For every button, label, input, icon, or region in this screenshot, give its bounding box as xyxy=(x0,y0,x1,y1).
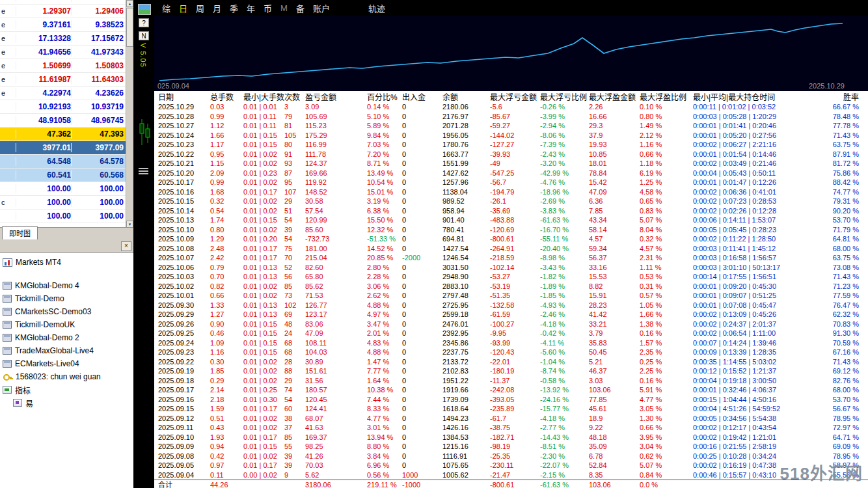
column-header[interactable]: 出入金 xyxy=(402,91,442,102)
navigator-item[interactable]: Markets MT4 xyxy=(0,256,133,269)
navigator-item[interactable]: 易 xyxy=(0,396,133,409)
table-row[interactable]: 2025.09.080.420.01 | 0.023941.263.84 %01… xyxy=(154,452,868,461)
table-row[interactable]: 2025.10.020.820.01 | 0.028585.623.06 %02… xyxy=(154,282,868,291)
toolbar-tab-日[interactable]: 日 xyxy=(179,2,187,14)
quote-row[interactable]: 100.00100.00 xyxy=(0,182,126,196)
table-row[interactable]: 2025.10.231.170.01 | 0.1580116.997.03 %0… xyxy=(154,140,868,150)
candlestick-icon[interactable] xyxy=(138,118,151,148)
table-row[interactable]: 2025.10.091.290.01 | 0.2054-732.73-51.33… xyxy=(154,234,868,244)
quote-row[interactable]: e11.6198711.64303 xyxy=(0,73,126,87)
navigator-item[interactable]: TradeMaxGlobal-Live4 xyxy=(0,344,133,357)
quote-row[interactable]: 100.00100.00 xyxy=(0,210,126,223)
toolbar-tab-年[interactable]: 年 xyxy=(247,2,255,14)
toolbar-tab-轨迹[interactable]: 轨迹 xyxy=(368,2,385,14)
table-row[interactable]: 2025.10.211.150.01 | 0.0293124.378.71 %0… xyxy=(154,159,868,169)
quote-row[interactable]: e1.293071.29406 xyxy=(0,5,126,18)
quote-row[interactable]: e41.9465641.97343 xyxy=(0,46,126,59)
table-row[interactable]: 2025.09.090.940.01 | 0.155598.258.80 %01… xyxy=(154,442,868,452)
table-row[interactable]: 2025.10.280.990.01 | 0.1179105.695.10 %0… xyxy=(154,112,868,122)
table-row[interactable]: 2025.10.161.680.01 | 0.17107148.5215.01 … xyxy=(154,187,868,197)
column-header[interactable]: 余额 xyxy=(442,91,490,102)
table-row[interactable]: 2025.10.140.540.01 | 0.025157.546.38 %09… xyxy=(154,206,868,216)
column-header[interactable]: 胜率 xyxy=(823,91,868,102)
chart-image-icon[interactable] xyxy=(138,4,151,15)
quote-row[interactable]: 60.54160.568 xyxy=(0,169,126,182)
column-header[interactable]: 盈亏金额 xyxy=(305,91,367,102)
help-button[interactable]: ? xyxy=(139,18,149,27)
table-row[interactable]: 2025.10.170.990.01 | 0.0295119.9210.54 %… xyxy=(154,178,868,187)
table-row[interactable]: 2025.09.220.300.01 | 0.022830.891.47 %02… xyxy=(154,357,868,367)
table-row[interactable]: 2025.10.131.740.01 | 0.1554120.9915.50 %… xyxy=(154,215,868,225)
column-header[interactable]: 最小|平均|最大持仓时间 xyxy=(693,91,823,102)
table-row[interactable]: 2025.10.241.660.01 | 0.15105175.299.84 %… xyxy=(154,131,868,141)
toolbar-tab-季[interactable]: 季 xyxy=(230,2,238,14)
toolbar-tab-综[interactable]: 综 xyxy=(162,2,170,14)
table-row[interactable]: 2025.09.260.900.01 | 0.154883.063.47 %02… xyxy=(154,319,868,329)
table-row[interactable]: 2025.10.072.420.01 | 0.1770215.0420.85 %… xyxy=(154,253,868,263)
navigator-item[interactable]: ECMarkets-Live04 xyxy=(0,357,133,370)
table-row[interactable]: 2025.09.050.970.01 | 0.173970.036.96 %01… xyxy=(154,461,868,470)
navigator-item[interactable]: Tickmill-Demo xyxy=(0,292,133,305)
navigator-item[interactable]: KMGlobal-Demo 4 xyxy=(0,279,133,292)
toolbar-tab-M[interactable]: M xyxy=(280,3,288,13)
column-header[interactable]: 最小|大手数 xyxy=(243,91,284,102)
table-row[interactable]: 2025.10.030.700.01 | 0.135665.802.28 %02… xyxy=(154,272,868,282)
table-row[interactable]: 2025.09.291.270.01 | 0.1369123.174.97 %0… xyxy=(154,310,868,319)
table-row[interactable]: 2025.09.301.330.01 | 0.13102126.774.88 %… xyxy=(154,301,868,310)
navigator-item[interactable]: CMarketsSC-Demo03 xyxy=(0,305,133,318)
table-row[interactable]: 2025.10.100.800.01 | 0.023985.6012.32 %0… xyxy=(154,225,868,235)
table-row[interactable]: 2025.10.202.090.01 | 0.2387169.6613.49 %… xyxy=(154,169,868,178)
scrollbar-thumb[interactable] xyxy=(126,8,133,47)
navigator-item[interactable]: 指标 xyxy=(0,383,133,396)
table-row[interactable]: 2025.09.040.110.00 | 0.0295.620.56 %1000… xyxy=(154,470,868,480)
menu-icon[interactable] xyxy=(139,168,148,176)
column-header[interactable]: 总手数 xyxy=(210,91,243,102)
table-row[interactable]: 2025.10.082.480.01 | 0.1775181.0014.52 %… xyxy=(154,244,868,254)
tab-tick-chart[interactable]: 即时图 xyxy=(2,226,38,239)
table-row[interactable]: 2025.09.191.850.01 | 0.0288151.617.77 %0… xyxy=(154,366,868,376)
table-row[interactable]: 2025.10.290.030.01 | 0.0133.090.14 %0218… xyxy=(154,102,868,112)
column-header[interactable]: 最大浮亏比例 xyxy=(540,91,589,102)
column-header[interactable]: 日期 xyxy=(154,91,210,102)
equity-chart[interactable]: 025.09.04 2025.10.29 xyxy=(154,16,868,91)
column-header[interactable]: 百分比% xyxy=(367,91,402,102)
toolbar-tab-备[interactable]: 备 xyxy=(296,2,305,14)
table-row[interactable]: 2025.10.220.950.01 | 0.0291111.787.20 %0… xyxy=(154,150,868,159)
quote-row[interactable]: 48.9105848.96745 xyxy=(0,114,126,128)
table-row[interactable]: 2025.10.150.320.01 | 0.022930.583.19 %09… xyxy=(154,197,868,206)
quote-row[interactable]: e1.506991.50803 xyxy=(0,59,126,73)
toolbar-tab-账户[interactable]: 账户 xyxy=(313,2,330,14)
quote-row[interactable]: 3.029493.03307 xyxy=(0,0,126,5)
column-header[interactable]: 最大浮盈金额 xyxy=(589,91,640,102)
table-row[interactable]: 2025.09.151.590.01 | 0.1760124.418.33 %0… xyxy=(154,404,868,414)
table-row[interactable]: 2025.09.162.180.01 | 0.3054120.457.44 %0… xyxy=(154,395,868,405)
navigator-item[interactable]: Tickmill-DemoUK xyxy=(0,318,133,331)
quote-row[interactable]: 3977.013977.09 xyxy=(0,141,126,155)
quote-row[interactable]: 64.54864.578 xyxy=(0,155,126,169)
quote-row[interactable]: c100.00100.00 xyxy=(0,196,126,210)
table-row[interactable]: 2025.10.271.120.01 | 0.1181115.235.89 %0… xyxy=(154,121,868,131)
table-row[interactable]: 2025.09.241.090.01 | 0.1568108.114.83 %0… xyxy=(154,338,868,348)
n-button[interactable]: N xyxy=(139,31,149,40)
close-icon[interactable]: × xyxy=(121,241,131,251)
scroll-up-icon[interactable]: ▲ xyxy=(126,0,133,7)
navigator-item[interactable]: 1568023: chun wei guan xyxy=(0,370,133,383)
quotes-scrollbar[interactable]: ▲ ▼ xyxy=(126,0,133,228)
quote-row[interactable]: e4.229744.23626 xyxy=(0,87,126,100)
quote-row[interactable]: e9.371619.38523 xyxy=(0,18,126,32)
table-row[interactable]: 2025.09.120.510.01 | 0.023868.074.77 %01… xyxy=(154,414,868,424)
table-row[interactable]: 2025.09.231.160.01 | 0.1568104.034.88 %0… xyxy=(154,347,868,357)
table-row[interactable]: 2025.09.110.430.01 | 0.023741.633.01 %01… xyxy=(154,423,868,433)
table-row[interactable]: 2025.09.172.140.01 | 0.2574180.5710.38 %… xyxy=(154,385,868,395)
quote-row[interactable]: e17.1332817.15672 xyxy=(0,32,126,46)
column-header[interactable]: 最大浮盈比例 xyxy=(640,91,693,102)
toolbar-tab-周[interactable]: 周 xyxy=(196,2,204,14)
column-header[interactable]: 次数 xyxy=(284,91,305,102)
quote-row[interactable]: 10.9219310.93719 xyxy=(0,100,126,114)
toolbar-tab-币[interactable]: 币 xyxy=(264,2,272,14)
navigator-item[interactable]: KMGlobal-Demo 2 xyxy=(0,331,133,344)
table-row[interactable]: 2025.09.250.460.01 | 0.152447.092.01 %02… xyxy=(154,329,868,338)
table-row[interactable]: 2025.09.180.290.01 | 0.022931.561.64 %01… xyxy=(154,376,868,386)
table-row[interactable]: 2025.10.010.660.01 | 0.027371.532.62 %02… xyxy=(154,291,868,301)
table-row[interactable]: 2025.10.060.790.01 | 0.135282.602.80 %03… xyxy=(154,263,868,273)
